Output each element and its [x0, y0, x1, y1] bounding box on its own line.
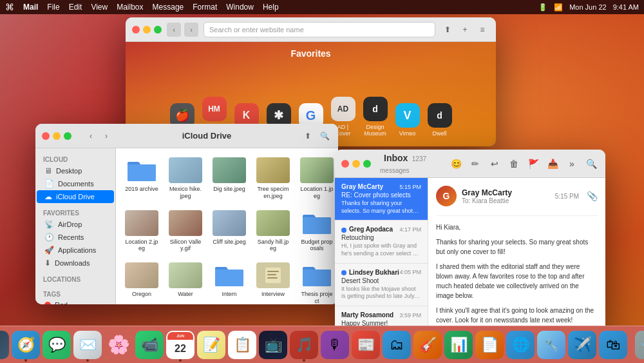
menu-edit[interactable]: Edit [69, 3, 82, 12]
file-item-intern[interactable]: Intern [210, 260, 249, 304]
file-item-location1[interactable]: Location 1.jpeg [298, 155, 336, 202]
fav-label-dwell: Dwell [432, 130, 446, 137]
finder-share-button[interactable]: ⬆ [301, 129, 315, 143]
mail-item-gray[interactable]: Gray McCarty 5:15 PM RE: Cover photo sel… [335, 178, 428, 221]
file-item-water[interactable]: Water [166, 260, 205, 304]
finder-close-button[interactable] [42, 132, 50, 140]
dock-item-notes[interactable]: 📝 [197, 331, 225, 359]
menu-view[interactable]: View [91, 3, 108, 12]
sidebar-item-airdrop[interactable]: 📡 AirDrop [37, 218, 114, 231]
dock-item-mail[interactable]: ✉️ [73, 331, 102, 359]
dock-item-facetime[interactable]: 📹 [135, 331, 164, 359]
dock-item-xcode[interactable]: 🔧 [537, 331, 565, 359]
file-item-location2[interactable]: Location 2.jpeg [122, 208, 161, 255]
mail-item-lindsey[interactable]: Lindsey Bukhari 4:05 PM Desert Shoot It … [335, 264, 428, 306]
mail-delete-button[interactable]: 🗑 [506, 156, 522, 172]
file-item-oregon[interactable]: Oregon [122, 260, 161, 304]
maximize-button[interactable] [154, 26, 162, 34]
dock-item-calendar[interactable]: JUN 22 [166, 331, 194, 359]
dock-item-photos[interactable]: 🌸 [104, 331, 133, 359]
file-item-tree[interactable]: Tree specimen.jpeg [254, 155, 292, 202]
dock-item-tv[interactable]: 📺 [259, 331, 287, 359]
forward-button[interactable]: › [184, 23, 198, 37]
mail-emoji-button[interactable]: 😊 [448, 156, 464, 172]
desktop: ‹ › Search or enter website name ⬆ + ≡ F… [0, 14, 644, 326]
fav-icon-dm[interactable]: d Design Museum [363, 97, 388, 137]
mail-flag-button[interactable]: 🚩 [526, 156, 541, 172]
menu-window[interactable]: Window [226, 3, 254, 12]
add-tab-button[interactable]: + [458, 23, 472, 37]
sidebar-item-downloads[interactable]: ⬇ Downloads [37, 257, 114, 270]
mail-subject-marty: Happy Summer! [341, 320, 421, 326]
fav-icon-dwell[interactable]: d Dwell [428, 103, 452, 137]
mail-item-header-lindsey: Lindsey Bukhari 4:05 PM [341, 269, 421, 276]
menu-mailbox[interactable]: Mailbox [117, 3, 143, 12]
mail-item-greg[interactable]: Greg Apodaca 4:17 PM Retouching Hi, I ju… [335, 221, 428, 263]
mail-archive-button[interactable]: 📥 [545, 156, 560, 172]
app-name[interactable]: Mail [23, 3, 38, 12]
file-item-sandyhill[interactable]: Sandy hill.jpeg [254, 208, 292, 255]
sidebar-item-icloud-drive[interactable]: ☁ iCloud Drive [37, 190, 114, 203]
share-button[interactable]: ⬆ [440, 23, 455, 37]
dock-item-news[interactable]: 📰 [352, 331, 380, 359]
dock-item-garageband[interactable]: 🎸 [413, 331, 442, 359]
finder-search-button[interactable]: 🔍 [317, 129, 332, 143]
close-button[interactable] [132, 26, 140, 34]
sidebar-item-documents[interactable]: 📄 Documents [37, 177, 114, 190]
dock-item-messages[interactable]: 💬 [43, 331, 71, 359]
sidebar-item-tag-red[interactable]: Red [37, 299, 114, 304]
mail-item-header-gray: Gray McCarty 5:15 PM [341, 183, 421, 190]
photo-thumb-tree [256, 157, 290, 183]
dock-item-launchpad[interactable]: ⊞ [0, 331, 9, 359]
mail-new-button[interactable]: ✏ [468, 156, 483, 172]
menu-file[interactable]: File [47, 3, 59, 12]
dock-item-music[interactable]: 🎵 [290, 331, 318, 359]
dock-item-podcasts[interactable]: 🎙 [321, 331, 349, 359]
file-item-siliconvalley[interactable]: Silicon Valley.gif [166, 208, 205, 255]
file-item-digsite[interactable]: Dig site.jpeg [210, 155, 249, 202]
mail-close-button[interactable] [341, 160, 349, 168]
menu-format[interactable]: Format [193, 3, 217, 12]
sidebar-label-documents: Documents [58, 180, 94, 188]
dock-item-pages[interactable]: 📄 [475, 331, 504, 359]
mail-item-marty[interactable]: Marty Rosamond 3:59 PM Happy Summer! Ple… [335, 306, 428, 326]
sidebar-toggle[interactable]: ≡ [475, 23, 489, 37]
safari-url-bar[interactable]: Search or enter website name [204, 22, 435, 37]
mail-reply-button[interactable]: ↩ [487, 156, 502, 172]
minimize-button[interactable] [143, 26, 151, 34]
dock-item-testflight[interactable]: ✈️ [568, 331, 596, 359]
file-name-digsite: Dig site.jpeg [213, 186, 245, 193]
file-item-mexico[interactable]: Mexico hike.jpeg [166, 155, 205, 202]
file-item-cliffsite[interactable]: Cliff site.jpeg [210, 208, 249, 255]
finder-minimize-button[interactable] [53, 132, 61, 140]
finder-back-button[interactable]: ‹ [84, 130, 97, 142]
fav-icon-vimeo[interactable]: V Vimeo [395, 103, 420, 137]
dock-item-systemprefs[interactable]: ⚙️ [635, 331, 644, 359]
file-item-interview[interactable]: Interview [254, 260, 292, 304]
mail-more-button[interactable]: » [564, 156, 580, 172]
finder-forward-button[interactable]: › [100, 130, 113, 142]
dock-item-reminders[interactable]: 📋 [228, 331, 256, 359]
apple-menu[interactable]: ⌘ [5, 2, 14, 12]
dock-item-files[interactable]: 🗂 [383, 331, 411, 359]
dock-item-safari[interactable]: 🧭 [12, 331, 40, 359]
file-item-thesis[interactable]: Thesis project [298, 260, 336, 304]
dock-item-numbers[interactable]: 📊 [444, 331, 473, 359]
file-item-budget[interactable]: Budget proposals [298, 208, 336, 255]
dock-item-translator[interactable]: 🌐 [506, 331, 535, 359]
finder-maximize-button[interactable] [64, 132, 71, 140]
sidebar-item-recents[interactable]: 🕐 Recents [37, 231, 114, 244]
menu-message[interactable]: Message [153, 3, 184, 12]
sidebar-item-desktop[interactable]: 🖥 Desktop [37, 164, 114, 177]
dock: 🔵 ⊞ 🧭 💬 ✉️ 🌸 📹 JUN 22 📝 📋 [0, 326, 644, 363]
back-button[interactable]: ‹ [167, 23, 181, 37]
sidebar-item-applications[interactable]: 🚀 Applications [37, 244, 114, 257]
dock-item-appstore[interactable]: 🛍 [599, 331, 627, 359]
file-item-2019archive[interactable]: 2019 archive [122, 155, 161, 202]
file-name-tree: Tree specimen.jpeg [256, 186, 290, 200]
mail-minimize-button[interactable] [352, 160, 360, 168]
mail-maximize-button[interactable] [363, 160, 371, 168]
menu-help[interactable]: Help [263, 3, 279, 12]
sidebar-label-tag-red: Red [55, 301, 68, 304]
mail-search-button[interactable]: 🔍 [583, 156, 599, 172]
